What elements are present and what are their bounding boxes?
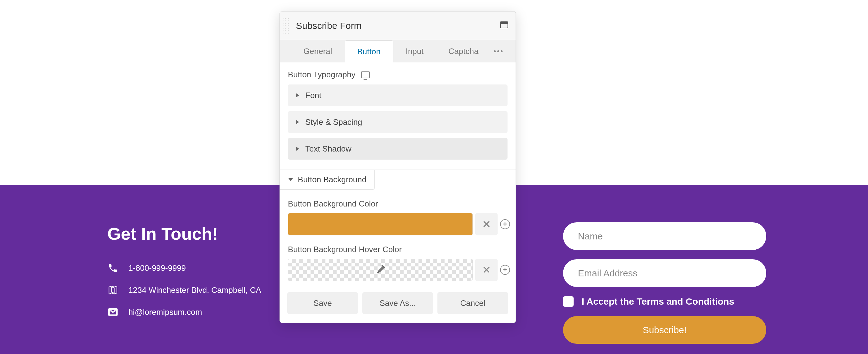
subscribe-button[interactable]: Subscribe! — [563, 316, 766, 344]
tab-captcha[interactable]: Captcha — [436, 40, 491, 62]
contact-phone-row: 1-800-999-9999 — [107, 262, 261, 273]
tab-general[interactable]: General — [291, 40, 345, 62]
chevron-right-icon — [296, 147, 299, 151]
panel-footer: Save Save As... Cancel — [280, 286, 516, 323]
email-input[interactable] — [563, 259, 766, 287]
tabs-row: General Button Input Captcha — [280, 40, 516, 62]
map-icon — [107, 285, 119, 296]
tab-button[interactable]: Button — [345, 40, 393, 63]
panel-body[interactable]: Button Typography Font Style & Spacing T… — [280, 62, 516, 286]
window-icon[interactable] — [500, 22, 508, 28]
contact-address-row: 1234 Winchester Blvd. Campbell, CA — [107, 285, 261, 296]
background-header-label: Button Background — [298, 175, 366, 184]
bg-hover-row: ✕ + — [280, 259, 516, 281]
bg-hover-add-button[interactable]: + — [500, 265, 510, 275]
accordion-style-spacing[interactable]: Style & Spacing — [288, 111, 507, 133]
bg-color-add-button[interactable]: + — [500, 219, 510, 229]
bg-color-label: Button Background Color — [280, 190, 516, 213]
typography-label-text: Button Typography — [288, 70, 355, 80]
bg-hover-clear-button[interactable]: ✕ — [475, 259, 498, 281]
email-text: hi@loremipsum.com — [128, 307, 202, 317]
tab-input[interactable]: Input — [393, 40, 436, 62]
text-shadow-label: Text Shadow — [305, 144, 351, 154]
style-spacing-label: Style & Spacing — [305, 117, 362, 127]
typography-section-label: Button Typography — [280, 62, 516, 85]
save-as-button[interactable]: Save As... — [362, 292, 433, 314]
bg-color-swatch[interactable] — [288, 213, 473, 235]
terms-checkbox[interactable] — [563, 296, 574, 307]
terms-label: I Accept the Terms and Conditions — [582, 296, 734, 307]
button-background-section: Button Background Button Background Colo… — [280, 170, 516, 281]
eyedropper-icon — [375, 264, 386, 276]
envelope-icon — [107, 306, 119, 318]
font-label: Font — [305, 91, 321, 100]
bg-color-clear-button[interactable]: ✕ — [475, 213, 498, 235]
get-in-touch-section: Get In Touch! 1-800-999-9999 1234 Winche… — [107, 224, 261, 328]
desktop-icon[interactable] — [361, 71, 370, 78]
chevron-right-icon — [296, 120, 299, 124]
phone-icon — [107, 262, 119, 273]
accordion-font[interactable]: Font — [288, 85, 507, 106]
bg-hover-swatch[interactable] — [288, 259, 473, 281]
subscribe-form: I Accept the Terms and Conditions Subscr… — [563, 222, 766, 344]
editor-panel: Subscribe Form General Button Input Capt… — [280, 11, 516, 323]
chevron-down-icon — [288, 178, 293, 181]
save-button[interactable]: Save — [287, 292, 358, 314]
get-in-touch-title: Get In Touch! — [107, 224, 261, 244]
terms-row: I Accept the Terms and Conditions — [563, 296, 766, 307]
contact-email-row: hi@loremipsum.com — [107, 306, 261, 318]
cancel-button[interactable]: Cancel — [437, 292, 508, 314]
bg-color-row: ✕ + — [280, 213, 516, 235]
name-input[interactable] — [563, 222, 766, 250]
button-background-header[interactable]: Button Background — [280, 170, 375, 190]
phone-text: 1-800-999-9999 — [128, 263, 186, 273]
chevron-right-icon — [296, 93, 299, 97]
panel-header: Subscribe Form — [280, 11, 516, 40]
accordion-text-shadow[interactable]: Text Shadow — [288, 138, 507, 159]
address-text: 1234 Winchester Blvd. Campbell, CA — [128, 285, 261, 295]
bg-hover-label: Button Background Hover Color — [280, 235, 516, 259]
more-icon[interactable] — [494, 50, 502, 52]
panel-title: Subscribe Form — [296, 21, 362, 31]
drag-handle-icon[interactable] — [283, 18, 289, 33]
